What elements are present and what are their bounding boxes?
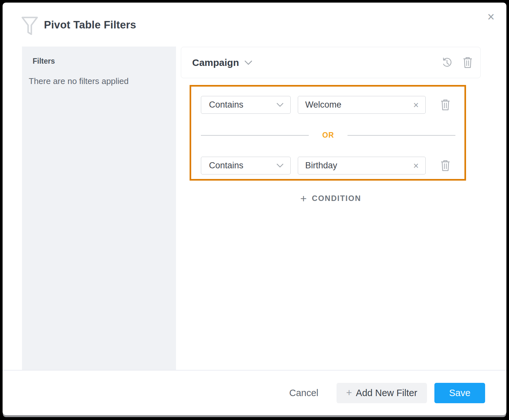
- sidebar-empty-message: There are no filters applied: [29, 76, 129, 86]
- condition-value-input[interactable]: [298, 96, 426, 114]
- delete-condition-trash-icon[interactable]: [441, 160, 450, 172]
- clear-value-icon[interactable]: ×: [410, 99, 422, 111]
- condition-group-highlight: Contains ×: [190, 85, 466, 181]
- chevron-down-icon: [276, 163, 284, 168]
- operator-label: Contains: [209, 100, 244, 110]
- delete-condition-trash-icon[interactable]: [441, 99, 450, 111]
- plus-icon: +: [346, 387, 352, 399]
- clear-value-icon[interactable]: ×: [410, 160, 422, 172]
- filter-editor: Campaign: [181, 47, 481, 203]
- conjunction-divider: OR: [201, 114, 455, 157]
- close-icon[interactable]: ×: [484, 10, 498, 24]
- cancel-button[interactable]: Cancel: [289, 388, 318, 398]
- field-panel: Campaign: [181, 47, 481, 78]
- conjunction-label: OR: [322, 131, 334, 140]
- divider-line: [201, 135, 309, 136]
- add-condition-label: CONDITION: [312, 194, 361, 203]
- add-new-filter-label: Add New Filter: [356, 388, 417, 398]
- plus-icon: +: [300, 194, 307, 203]
- footer: Cancel + Add New Filter Save: [3, 371, 506, 415]
- divider-line: [348, 135, 455, 136]
- field-selector-dropdown[interactable]: Campaign: [192, 57, 253, 68]
- chevron-down-icon: [276, 102, 284, 107]
- operator-select[interactable]: Contains: [201, 96, 291, 114]
- add-new-filter-button[interactable]: + Add New Filter: [337, 383, 427, 403]
- reset-history-icon[interactable]: [441, 57, 452, 68]
- condition-row: Contains ×: [201, 96, 455, 114]
- add-condition-button[interactable]: + CONDITION: [300, 194, 361, 203]
- filters-sidebar: Filters There are no filters applied: [22, 47, 176, 370]
- value-field-wrap: ×: [298, 157, 426, 174]
- operator-label: Contains: [209, 161, 244, 171]
- filter-funnel-icon: [21, 16, 39, 37]
- dialog-title: Pivot Table Filters: [44, 19, 136, 31]
- save-button[interactable]: Save: [434, 383, 485, 403]
- condition-row: Contains ×: [201, 157, 455, 174]
- operator-select[interactable]: Contains: [201, 157, 291, 174]
- sidebar-title: Filters: [33, 57, 55, 66]
- field-name-label: Campaign: [192, 57, 239, 68]
- delete-filter-trash-icon[interactable]: [463, 57, 473, 68]
- chevron-down-icon: [244, 60, 253, 65]
- condition-value-input[interactable]: [298, 157, 426, 174]
- value-field-wrap: ×: [298, 96, 426, 114]
- pivot-table-filters-dialog: Pivot Table Filters × Filters There are …: [3, 3, 506, 415]
